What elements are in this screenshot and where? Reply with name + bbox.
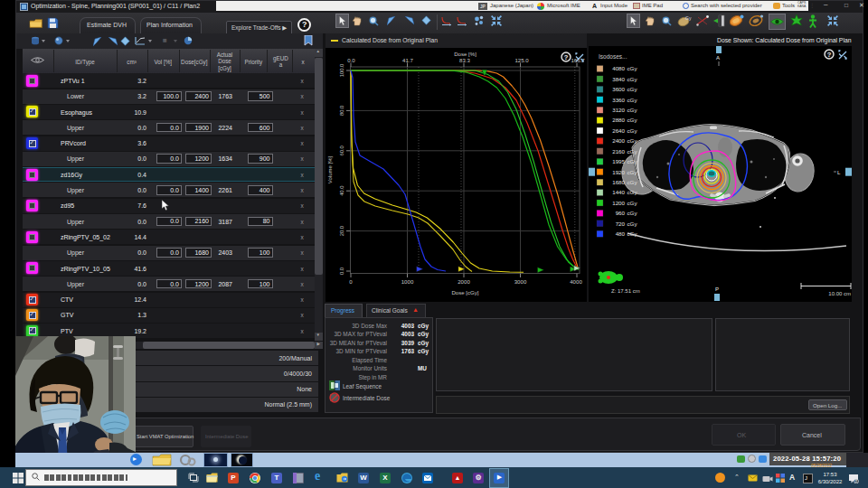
svg-text:2640: 2640 [612,127,625,134]
svg-text:cGy: cGy [627,137,638,144]
svg-text:60.0: 60.0 [339,145,344,155]
svg-text:40.0: 40.0 [339,186,344,196]
svg-text:cGy: cGy [627,200,638,206]
svg-text:cGy: cGy [627,127,638,134]
svg-text:1000: 1000 [401,278,414,285]
svg-text:1680: 1680 [612,179,625,185]
svg-text:1995: 1995 [612,158,625,164]
svg-text:0.0: 0.0 [347,57,355,63]
svg-text:2160: 2160 [612,148,625,155]
svg-text:cGy: cGy [627,169,638,175]
svg-text:4000: 4000 [570,278,582,285]
svg-text:?: ? [827,51,832,59]
svg-text:20.0: 20.0 [339,226,344,236]
svg-text:100.0: 100.0 [339,64,344,78]
svg-text:cGy: cGy [627,210,638,216]
svg-text:cGy: cGy [627,179,638,185]
svg-text:2880: 2880 [612,117,625,123]
svg-text:1920: 1920 [612,169,625,175]
svg-text:1440: 1440 [612,189,625,195]
svg-text:cGy: cGy [627,230,638,237]
svg-text:0.0: 0.0 [339,267,344,275]
svg-text:2400: 2400 [612,137,625,144]
svg-text:960: 960 [616,210,626,216]
svg-text:?: ? [564,53,569,61]
svg-text:Dose [%]: Dose [%] [454,51,476,57]
svg-text:3120: 3120 [612,107,625,113]
svg-text:cGy: cGy [627,117,638,123]
svg-text:3360: 3360 [612,97,625,103]
svg-text:2000: 2000 [458,278,470,285]
svg-text:3840: 3840 [612,76,625,82]
svg-text:0: 0 [349,278,353,285]
svg-text:cGy: cGy [627,158,638,164]
svg-text:10.00 cm: 10.00 cm [828,291,851,296]
svg-text:A: A [716,55,720,61]
svg-text:720: 720 [616,221,626,227]
svg-text:cGy: cGy [627,97,638,103]
svg-text:Isodoses...: Isodoses... [599,53,627,60]
svg-text:3000: 3000 [514,278,527,285]
svg-text:8: 8 [855,478,858,483]
svg-text:Gy: Gy [685,15,692,21]
svg-text:Z: 17.51 cm: Z: 17.51 cm [611,288,640,294]
svg-text:P: P [715,286,719,292]
svg-text:3600: 3600 [612,86,625,92]
svg-text:480: 480 [616,230,626,237]
svg-text:Volume [%]: Volume [%] [327,155,333,183]
svg-text:cGy: cGy [627,189,638,195]
svg-text:cGy: cGy [627,76,638,82]
svg-text:125.0: 125.0 [514,57,529,63]
svg-text:cGy: cGy [627,65,638,71]
svg-text:Dose [cGy]: Dose [cGy] [451,289,478,296]
svg-text:cGy: cGy [627,86,638,92]
svg-text:1200: 1200 [612,200,625,206]
svg-text:cGy: cGy [627,148,638,155]
svg-text:83.3: 83.3 [459,57,470,63]
svg-text:4080: 4080 [612,65,625,71]
svg-text:cGy: cGy [627,221,638,227]
svg-text:80.0: 80.0 [339,106,344,116]
svg-text:41.7: 41.7 [402,57,413,63]
svg-text:cGy: cGy [627,107,638,113]
svg-text:L: L [837,170,841,175]
